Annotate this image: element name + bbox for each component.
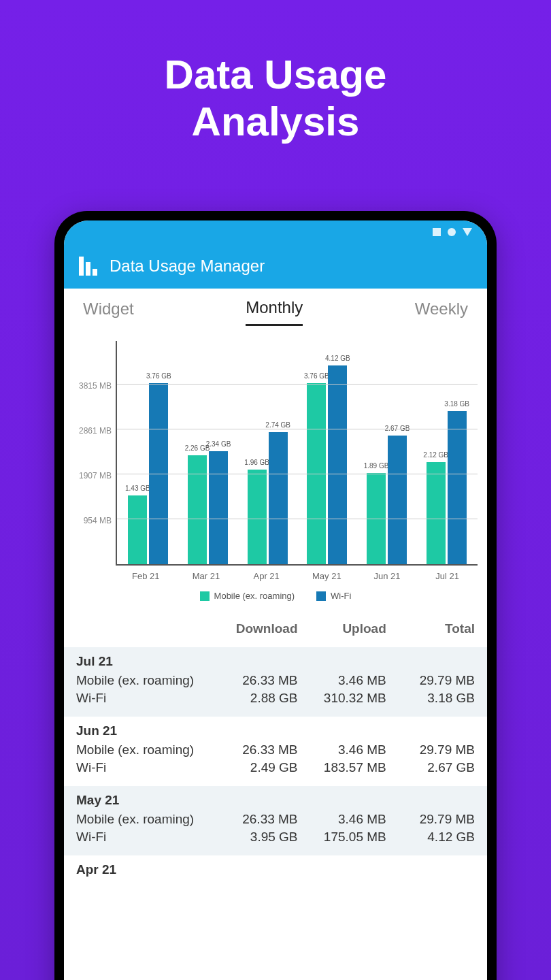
chart-month-group: 2.26 GB2.34 GB [178, 341, 238, 564]
bar-value-label: 1.96 GB [244, 459, 269, 466]
col-download: Download [209, 621, 297, 636]
chart-bars: 1.43 GB3.76 GB2.26 GB2.34 GB1.96 GB2.74 … [117, 341, 478, 564]
bar-value-label: 3.18 GB [444, 400, 469, 408]
table-month-label: May 21 [76, 793, 475, 808]
bar-wifi: 2.67 GB [388, 436, 407, 564]
table-row: Mobile (ex. roaming)26.33 MB3.46 MB29.79… [76, 811, 475, 828]
cell-total: 3.18 GB [386, 691, 475, 706]
table-header-row: Download Upload Total [64, 610, 487, 647]
cell-total: 29.79 MB [386, 673, 475, 688]
cell-download: 2.88 GB [209, 691, 297, 706]
table-row: Wi-Fi2.49 GB183.57 MB2.67 GB [76, 759, 475, 777]
phone-frame: Data Usage Manager Widget Monthly Weekly… [54, 211, 497, 980]
table-row: Mobile (ex. roaming)26.33 MB3.46 MB29.79… [76, 741, 475, 759]
x-tick: Feb 21 [116, 571, 176, 581]
legend-item-mobile: Mobile (ex. roaming) [200, 591, 295, 601]
bar-value-label: 4.12 GB [325, 355, 350, 362]
table-row: Wi-Fi3.95 GB175.05 MB4.12 GB [76, 828, 475, 846]
status-square-icon [433, 228, 441, 236]
chart-month-group: 1.89 GB2.67 GB [357, 341, 417, 564]
cell-total: 4.12 GB [386, 830, 475, 845]
bar-chart: 954 MB1907 MB2861 MB3815 MB 1.43 GB3.76 … [73, 341, 478, 566]
legend-swatch-wifi [316, 591, 326, 601]
chart-y-axis: 954 MB1907 MB2861 MB3815 MB [73, 341, 116, 566]
col-upload: Upload [298, 621, 386, 636]
chart-x-axis: Feb 21Mar 21Apr 21May 21Jun 21Jul 21 [116, 566, 478, 581]
bar-value-label: 1.89 GB [364, 462, 389, 470]
tab-monthly[interactable]: Monthly [246, 298, 303, 326]
legend-label-wifi: Wi-Fi [331, 591, 351, 601]
chart-plot-area: 1.43 GB3.76 GB2.26 GB2.34 GB1.96 GB2.74 … [116, 341, 478, 566]
tab-weekly[interactable]: Weekly [415, 299, 468, 325]
tab-bar: Widget Monthly Weekly [64, 289, 487, 326]
cell-label: Wi-Fi [76, 760, 209, 775]
bar-wifi: 2.74 GB [269, 432, 288, 564]
table-month-group: Jul 21Mobile (ex. roaming)26.33 MB3.46 M… [64, 647, 487, 717]
hero-line-1: Data Usage [0, 51, 551, 98]
cell-download: 26.33 MB [209, 812, 297, 827]
chart-month-group: 3.76 GB4.12 GB [297, 341, 357, 564]
table-row: Mobile (ex. roaming)26.33 MB3.46 MB29.79… [76, 672, 475, 689]
bar-mobile: 1.96 GB [248, 470, 267, 564]
table-month-group: Apr 21 [64, 855, 487, 889]
cell-download: 26.33 MB [209, 742, 297, 757]
cell-upload: 310.32 MB [298, 691, 386, 706]
cell-download: 3.95 GB [209, 830, 297, 845]
bar-value-label: 2.74 GB [265, 421, 290, 429]
bar-mobile: 2.26 GB [188, 455, 207, 564]
bar-mobile: 1.43 GB [128, 495, 147, 564]
cell-upload: 183.57 MB [298, 760, 386, 775]
chart-container: 954 MB1907 MB2861 MB3815 MB 1.43 GB3.76 … [64, 326, 487, 610]
cell-label: Mobile (ex. roaming) [76, 742, 209, 757]
cell-label: Wi-Fi [76, 691, 209, 706]
table-row: Wi-Fi2.88 GB310.32 MB3.18 GB [76, 689, 475, 707]
cell-total: 29.79 MB [386, 812, 475, 827]
cell-upload: 3.46 MB [298, 812, 386, 827]
cell-upload: 3.46 MB [298, 742, 386, 757]
legend-item-wifi: Wi-Fi [316, 591, 351, 601]
table-month-group: Jun 21Mobile (ex. roaming)26.33 MB3.46 M… [64, 717, 487, 786]
app-logo-icon [79, 257, 97, 276]
phone-screen: Data Usage Manager Widget Monthly Weekly… [64, 220, 487, 980]
bar-value-label: 3.76 GB [146, 372, 171, 380]
bar-mobile: 2.12 GB [427, 462, 446, 564]
cell-upload: 175.05 MB [298, 830, 386, 845]
bar-value-label: 3.76 GB [304, 372, 329, 380]
cell-upload: 3.46 MB [298, 673, 386, 688]
table-month-label: Jul 21 [76, 654, 475, 669]
table-body: Jul 21Mobile (ex. roaming)26.33 MB3.46 M… [64, 647, 487, 889]
cell-download: 2.49 GB [209, 760, 297, 775]
chart-month-group: 2.12 GB3.18 GB [416, 341, 476, 564]
bar-value-label: 2.12 GB [423, 451, 448, 459]
x-tick: May 21 [297, 571, 357, 581]
table-month-label: Jun 21 [76, 723, 475, 738]
status-bar [64, 220, 487, 244]
cell-label: Mobile (ex. roaming) [76, 673, 209, 688]
cell-label: Mobile (ex. roaming) [76, 812, 209, 827]
y-tick: 3815 MB [79, 381, 112, 391]
cell-download: 26.33 MB [209, 673, 297, 688]
cell-total: 29.79 MB [386, 742, 475, 757]
table-month-group: May 21Mobile (ex. roaming)26.33 MB3.46 M… [64, 786, 487, 855]
status-triangle-icon [463, 228, 472, 236]
bar-value-label: 2.34 GB [206, 440, 231, 448]
table-month-label: Apr 21 [76, 862, 475, 877]
usage-table: Download Upload Total Jul 21Mobile (ex. … [64, 610, 487, 980]
cell-label: Wi-Fi [76, 830, 209, 845]
bar-wifi: 4.12 GB [328, 365, 347, 564]
x-tick: Apr 21 [236, 571, 297, 581]
chart-month-group: 1.43 GB3.76 GB [118, 341, 178, 564]
col-total: Total [386, 621, 475, 636]
chart-legend: Mobile (ex. roaming) Wi-Fi [73, 581, 478, 606]
app-bar: Data Usage Manager [64, 244, 487, 289]
y-tick: 954 MB [84, 516, 112, 525]
bar-value-label: 1.43 GB [125, 485, 150, 492]
cell-total: 2.67 GB [386, 760, 475, 775]
app-title: Data Usage Manager [110, 257, 265, 276]
tab-widget[interactable]: Widget [83, 299, 134, 325]
legend-swatch-mobile [200, 591, 210, 601]
bar-wifi: 2.34 GB [209, 451, 228, 564]
y-tick: 2861 MB [79, 426, 112, 436]
bar-wifi: 3.18 GB [448, 411, 467, 564]
hero-title: Data Usage Analysis [0, 0, 551, 145]
